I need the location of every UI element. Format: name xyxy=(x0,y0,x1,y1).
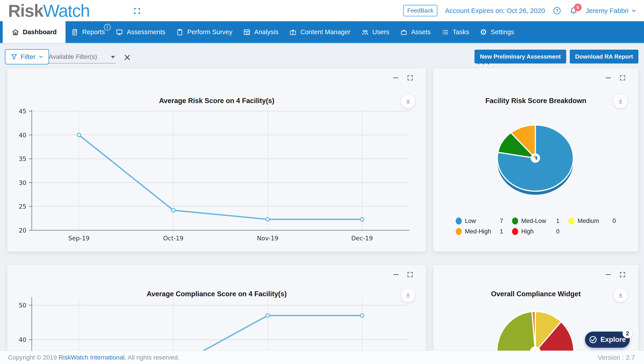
available-filters-placeholder: Available Filter(s) xyxy=(49,53,97,60)
account-expiry-text: Account Expires on: Oct 26, 2020 xyxy=(445,7,545,14)
riskwatch-logo[interactable]: RiskWatch xyxy=(8,0,90,21)
svg-text:45: 45 xyxy=(19,108,26,115)
nav-label: Settings xyxy=(490,28,514,36)
explore-button[interactable]: Explore 2 xyxy=(585,332,630,348)
nav-label: Users xyxy=(372,28,389,36)
fullscreen-icon[interactable] xyxy=(133,7,141,15)
notifications-bell-icon[interactable]: 0 xyxy=(569,6,578,15)
risk-breakdown-pie-chart xyxy=(433,68,638,211)
nav-item-dashboard[interactable]: Dashboard xyxy=(3,21,66,43)
legend-swatch xyxy=(512,228,518,235)
logo-watch: Watch xyxy=(43,1,90,20)
users-icon xyxy=(361,28,369,36)
user-menu[interactable]: Jeremy Fabbri xyxy=(586,7,636,14)
filter-button[interactable]: Filter xyxy=(5,49,49,64)
explore-count-badge: 2 xyxy=(622,328,632,338)
chevron-down-icon xyxy=(39,54,43,59)
bag-icon xyxy=(400,28,408,36)
legend-item-med-high: Med-High1 xyxy=(456,228,512,235)
user-name: Jeremy Fabbri xyxy=(586,7,628,14)
nav-item-assets[interactable]: Assets xyxy=(395,21,436,43)
monitor-icon xyxy=(116,28,123,36)
nav-label: Content Manager xyxy=(300,28,350,36)
download-ra-report-button[interactable]: Download RA Report xyxy=(570,50,638,64)
app-header: RiskWatch FeedBack Account Expires on: O… xyxy=(0,0,644,21)
filter-label: Filter xyxy=(20,53,36,60)
copyright-text: Copyright © 2019 RiskWatch International… xyxy=(8,354,180,361)
briefcase-icon xyxy=(289,28,297,36)
pie-legend: Low7 Med-Low1 Medium0 Med-High1 High0 xyxy=(456,218,632,235)
new-preliminary-assessment-button[interactable]: New Preliminary Assessment xyxy=(474,50,566,64)
select-caret-icon xyxy=(111,56,115,58)
list-icon xyxy=(442,28,449,36)
compliance-line-chart: 5040 xyxy=(8,265,426,364)
version-text: Version : 2.7 xyxy=(598,354,635,361)
home-icon xyxy=(12,28,19,36)
svg-text:Nov-19: Nov-19 xyxy=(257,235,278,242)
nav-item-analysis[interactable]: Analysis xyxy=(238,21,284,43)
nav-item-settings[interactable]: ⚙ Settings xyxy=(474,21,520,43)
svg-text:Sep-19: Sep-19 xyxy=(68,235,90,242)
nav-label: Tasks xyxy=(452,28,469,36)
legend-swatch xyxy=(456,218,462,224)
main-nav: Dashboard Reports ! Assessments Perform … xyxy=(0,21,644,43)
logo-risk: Risk xyxy=(8,1,43,20)
svg-text:35: 35 xyxy=(19,156,26,162)
legend-item-medium: Medium0 xyxy=(568,218,625,224)
clear-filter-icon[interactable] xyxy=(124,54,131,61)
svg-text:50: 50 xyxy=(19,302,26,309)
svg-text:40: 40 xyxy=(19,336,26,343)
reports-alert-badge: ! xyxy=(104,24,111,31)
legend-swatch xyxy=(568,218,574,224)
legend-item-high: High0 xyxy=(512,228,568,235)
nav-item-reports[interactable]: Reports ! xyxy=(66,21,110,43)
help-icon[interactable]: ? xyxy=(552,6,562,15)
nav-label: Analysis xyxy=(254,28,278,36)
card-facility-risk-breakdown: Facility Risk Score Breakdown Low7 Med-L… xyxy=(433,68,638,252)
gear-icon: ⚙ xyxy=(480,28,487,36)
check-circle-icon xyxy=(589,336,597,344)
risk-score-line-chart: 454035302520Sep-19Oct-19Nov-19Dec-19 xyxy=(8,68,426,252)
funnel-icon xyxy=(11,54,18,60)
feedback-button[interactable]: FeedBack xyxy=(403,5,438,16)
legend-item-med-low: Med-Low1 xyxy=(512,218,568,224)
nav-item-assessments[interactable]: Assessments xyxy=(110,21,170,43)
legend-item-low: Low7 xyxy=(456,218,512,224)
notification-count-badge: 0 xyxy=(574,4,582,11)
table-icon xyxy=(243,28,251,36)
nav-item-users[interactable]: Users xyxy=(356,21,395,43)
nav-label: Reports xyxy=(82,28,105,36)
clipboard-icon xyxy=(176,28,184,36)
chevron-down-icon xyxy=(631,8,636,13)
nav-label: Perform Survey xyxy=(187,28,232,36)
available-filters-select[interactable]: Available Filter(s) xyxy=(49,50,116,64)
legend-swatch xyxy=(512,218,518,224)
card-average-risk-score: Average Risk Score on 4 Facility(s) 4540… xyxy=(8,68,426,252)
nav-item-perform-survey[interactable]: Perform Survey xyxy=(170,21,238,43)
svg-text:20: 20 xyxy=(19,227,26,234)
svg-text:Oct-19: Oct-19 xyxy=(163,235,184,242)
nav-item-content-manager[interactable]: Content Manager xyxy=(284,21,356,43)
card-average-compliance-score: Average Compliance Score on 4 Facility(s… xyxy=(8,265,426,364)
nav-item-tasks[interactable]: Tasks xyxy=(436,21,474,43)
riskwatch-international-link[interactable]: RiskWatch International xyxy=(58,354,124,361)
footer: Copyright © 2019 RiskWatch International… xyxy=(0,350,644,364)
svg-text:40: 40 xyxy=(19,132,26,138)
report-icon xyxy=(71,28,78,36)
explore-label: Explore xyxy=(600,336,626,344)
compliance-pie-chart xyxy=(433,265,638,364)
nav-label: Assets xyxy=(411,28,431,36)
card-overall-compliance: Overall Compliance Widget xyxy=(433,265,638,364)
svg-text:Dec-19: Dec-19 xyxy=(351,235,373,242)
svg-text:30: 30 xyxy=(19,179,26,186)
legend-swatch xyxy=(456,228,462,235)
svg-text:25: 25 xyxy=(19,203,26,210)
svg-text:?: ? xyxy=(556,8,558,13)
nav-label: Dashboard xyxy=(23,28,56,36)
nav-label: Assessments xyxy=(127,28,165,36)
